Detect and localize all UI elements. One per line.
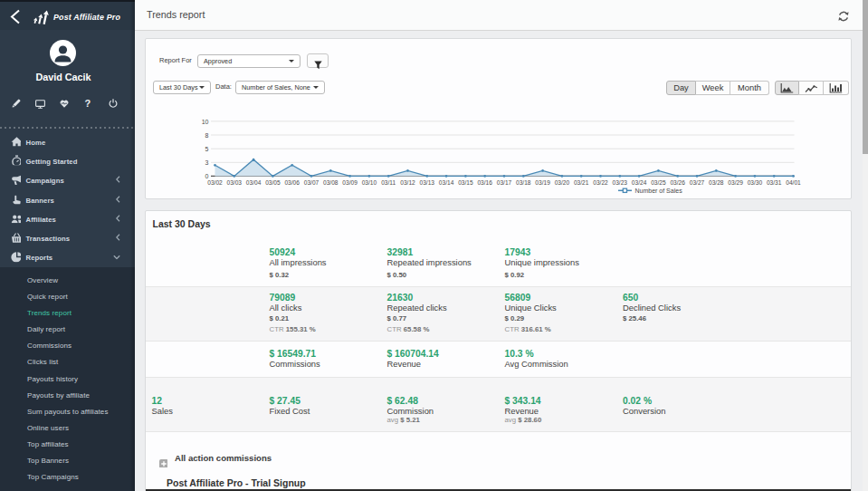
svg-text:5: 5 bbox=[205, 146, 209, 152]
svg-text:03/04: 03/04 bbox=[246, 179, 262, 186]
svg-text:03/14: 03/14 bbox=[439, 179, 454, 186]
svg-text:8: 8 bbox=[205, 132, 209, 139]
svg-text:03/30: 03/30 bbox=[748, 179, 763, 186]
svg-text:03/25: 03/25 bbox=[651, 179, 666, 186]
svg-text:03/15: 03/15 bbox=[458, 179, 473, 186]
svg-text:03/08: 03/08 bbox=[323, 179, 339, 186]
svg-text:03/03: 03/03 bbox=[227, 179, 243, 186]
svg-text:Number of Sales: Number of Sales bbox=[635, 188, 683, 194]
svg-text:03/20: 03/20 bbox=[555, 179, 570, 186]
svg-text:03/10: 03/10 bbox=[362, 179, 377, 186]
svg-text:03/24: 03/24 bbox=[632, 179, 647, 186]
svg-text:03/17: 03/17 bbox=[497, 179, 512, 186]
svg-text:03/13: 03/13 bbox=[420, 179, 435, 186]
svg-text:03/23: 03/23 bbox=[613, 179, 628, 186]
svg-text:04/01: 04/01 bbox=[786, 179, 801, 186]
svg-text:03/05: 03/05 bbox=[265, 179, 281, 186]
svg-text:03/11: 03/11 bbox=[381, 179, 396, 186]
svg-text:03/31: 03/31 bbox=[767, 179, 782, 186]
svg-text:03/09: 03/09 bbox=[342, 179, 358, 186]
svg-text:03/16: 03/16 bbox=[477, 179, 492, 186]
svg-text:03/21: 03/21 bbox=[574, 179, 589, 186]
svg-text:03/27: 03/27 bbox=[690, 179, 705, 186]
svg-text:03/12: 03/12 bbox=[400, 179, 415, 186]
svg-text:3: 3 bbox=[205, 159, 209, 166]
svg-text:03/18: 03/18 bbox=[516, 179, 531, 186]
svg-text:10: 10 bbox=[202, 119, 209, 125]
svg-text:03/28: 03/28 bbox=[709, 179, 724, 186]
svg-text:03/29: 03/29 bbox=[728, 179, 743, 186]
svg-text:03/22: 03/22 bbox=[593, 179, 608, 186]
svg-text:03/26: 03/26 bbox=[670, 179, 685, 186]
svg-text:03/02: 03/02 bbox=[207, 179, 223, 186]
svg-text:03/19: 03/19 bbox=[535, 179, 550, 186]
svg-text:03/07: 03/07 bbox=[304, 179, 320, 186]
svg-text:03/06: 03/06 bbox=[284, 179, 300, 186]
